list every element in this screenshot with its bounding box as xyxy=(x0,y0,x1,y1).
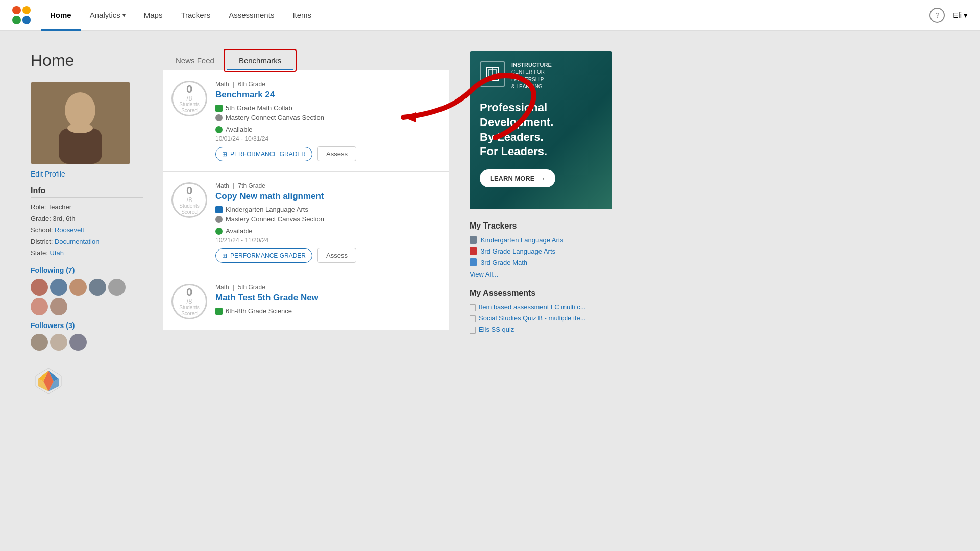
my-assessments: My Assessments Item based assessment LC … xyxy=(470,289,612,334)
user-name: Eli xyxy=(953,11,962,19)
tracker-item-1[interactable]: Kindergarten Language Arts xyxy=(470,236,612,244)
followers-title[interactable]: Followers (3) xyxy=(31,321,143,330)
ad-learn-label: LEARN MORE xyxy=(490,174,534,182)
status-label-1: Available xyxy=(226,126,253,133)
following-section: Following (7) xyxy=(31,266,143,315)
bench-subject-1: Math | 6th Grade xyxy=(215,81,441,88)
benchmark-item-1: 0 /8 StudentsScored Math | 6th Grade Ben… xyxy=(163,70,449,172)
tracker-icon-2 xyxy=(470,247,477,255)
following-title[interactable]: Following (7) xyxy=(31,266,143,274)
right-column: INSTRUCTURE CENTER FORLEADERSHIP& LEARNI… xyxy=(470,51,612,531)
assess-btn-2[interactable]: Assess xyxy=(317,248,356,263)
assessment-label-1: Item based assessment LC multi c... xyxy=(479,303,586,311)
benchmark-info-2: Math | 7th Grade Copy New math alignment… xyxy=(215,182,441,263)
following-avatar-1 xyxy=(31,279,48,296)
perf-grader-icon-1: ⊞ xyxy=(222,151,227,158)
bench-class-2: Kindergarten Language Arts xyxy=(215,206,441,213)
assessment-item-3[interactable]: Elis SS quiz xyxy=(470,325,612,334)
nav-analytics[interactable]: Analytics ▾ xyxy=(81,0,135,31)
assessment-icon-2 xyxy=(470,315,476,322)
assessment-item-2[interactable]: Social Studies Quiz B - multiple ite... xyxy=(470,314,612,322)
score-num-1: 0 xyxy=(186,84,192,95)
class-name-2: Kindergarten Language Arts xyxy=(226,206,308,213)
bench-class-1: 5th Grade Math Collab xyxy=(215,104,441,112)
analytics-chevron: ▾ xyxy=(122,12,126,19)
state-link[interactable]: Utah xyxy=(50,249,64,257)
status-dot-1 xyxy=(215,126,223,133)
assessment-label-2: Social Studies Quiz B - multiple ite... xyxy=(479,314,586,322)
score-denom-1: /8 xyxy=(187,95,192,102)
page-title: Home xyxy=(31,51,143,70)
nav-items[interactable]: Items xyxy=(283,0,321,31)
view-all-trackers[interactable]: View All... xyxy=(470,270,498,278)
user-menu[interactable]: Eli ▾ xyxy=(953,11,968,20)
section-icon-1 xyxy=(215,114,223,121)
info-role: Role: Teacher xyxy=(31,202,143,212)
profile-photo-inner xyxy=(31,82,130,164)
ad-logo-text: INSTRUCTURE CENTER FORLEADERSHIP& LEARNI… xyxy=(511,61,552,90)
tracker-label-2: 3rd Grade Language Arts xyxy=(481,247,555,255)
perf-grader-btn-2[interactable]: ⊞ PERFORMANCE GRADER xyxy=(215,248,312,263)
followers-avatars xyxy=(31,334,143,351)
tracker-item-3[interactable]: 3rd Grade Math xyxy=(470,258,612,266)
tracker-item-2[interactable]: 3rd Grade Language Arts xyxy=(470,247,612,255)
score-denom-3: /8 xyxy=(187,298,192,305)
nav-home[interactable]: Home xyxy=(41,0,81,31)
followers-section: Followers (3) xyxy=(31,321,143,351)
assessment-icon-1 xyxy=(470,304,476,311)
help-button[interactable]: ? xyxy=(929,8,945,23)
mastery-logo-svg xyxy=(33,366,64,396)
bench-title-2[interactable]: Copy New math alignment xyxy=(215,191,441,202)
school-link[interactable]: Roosevelt xyxy=(55,226,84,234)
bench-dates-1: 10/01/24 - 10/31/24 xyxy=(215,135,441,142)
status-label-2: Available xyxy=(226,227,253,235)
info-district: District: Documentation xyxy=(31,237,143,247)
benchmark-item-3: 0 /8 StudentsScored Math | 5th Grade Mat… xyxy=(163,273,449,330)
tab-news-feed[interactable]: News Feed xyxy=(163,51,227,70)
info-grade: Grade: 3rd, 6th xyxy=(31,214,143,224)
district-link[interactable]: Documentation xyxy=(55,238,99,245)
nav-links: Home Analytics ▾ Maps Trackers Assessmen… xyxy=(41,0,929,31)
edit-profile-link[interactable]: Edit Profile xyxy=(31,170,143,178)
assessment-label-3: Elis SS quiz xyxy=(479,325,514,333)
info-school: School: Roosevelt xyxy=(31,225,143,235)
ad-learn-more-button[interactable]: LEARN MORE → xyxy=(480,169,555,187)
navbar: Home Analytics ▾ Maps Trackers Assessmen… xyxy=(0,0,980,31)
bench-title-1[interactable]: Benchmark 24 xyxy=(215,90,441,100)
follower-avatar-2 xyxy=(50,334,67,351)
tracker-label-1: Kindergarten Language Arts xyxy=(481,236,564,244)
tracker-label-3: 3rd Grade Math xyxy=(481,259,527,266)
assess-btn-1[interactable]: Assess xyxy=(317,146,356,161)
bench-title-3[interactable]: Math Test 5th Grade New xyxy=(215,293,441,303)
class-name-1: 5th Grade Math Collab xyxy=(226,104,292,112)
following-avatars xyxy=(31,279,143,315)
svg-point-3 xyxy=(67,123,93,133)
nav-maps[interactable]: Maps xyxy=(135,0,172,31)
nav-trackers[interactable]: Trackers xyxy=(172,0,219,31)
my-assessments-title: My Assessments xyxy=(470,289,612,298)
nav-assessments[interactable]: Assessments xyxy=(219,0,283,31)
info-section: Info Role: Teacher Grade: 3rd, 6th Schoo… xyxy=(31,186,143,258)
class-icon-3 xyxy=(215,308,223,315)
nav-right: ? Eli ▾ xyxy=(929,8,968,23)
benchmark-info-3: Math | 5th Grade Math Test 5th Grade New… xyxy=(215,284,441,317)
svg-point-1 xyxy=(65,92,95,128)
bench-class-3: 6th-8th Grade Science xyxy=(215,307,441,315)
profile-photo xyxy=(31,82,130,164)
score-circle-3: 0 /8 StudentsScored xyxy=(172,284,207,319)
score-label-1: StudentsScored xyxy=(179,102,199,114)
following-avatar-3 xyxy=(69,279,87,296)
bench-subject-2: Math | 7th Grade xyxy=(215,182,441,189)
ad-brand: INSTRUCTURE xyxy=(511,61,552,69)
user-chevron: ▾ xyxy=(964,11,968,20)
assessment-item-1[interactable]: Item based assessment LC multi c... xyxy=(470,303,612,311)
perf-grader-btn-1[interactable]: ⊞ PERFORMANCE GRADER xyxy=(215,147,312,161)
score-label-3: StudentsScored xyxy=(179,305,199,317)
score-label-2: StudentsScored xyxy=(179,203,199,215)
ad-sub: CENTER FORLEADERSHIP& LEARNING xyxy=(511,69,552,90)
ad-logo-icon xyxy=(480,61,505,87)
follower-avatar-3 xyxy=(69,334,87,351)
tab-benchmarks[interactable]: Benchmarks xyxy=(227,51,293,70)
instructure-logo-svg xyxy=(484,66,501,82)
logo-dot-2 xyxy=(22,6,31,15)
